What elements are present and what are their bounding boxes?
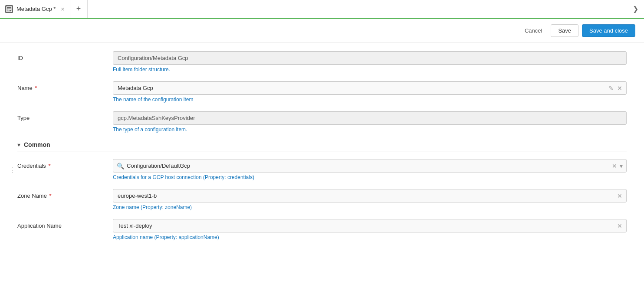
credentials-control-wrap: 🔍 ✕ ▾ Credentials for a GCP host connect… [113, 159, 627, 180]
type-hint: The type of a configuration item. [113, 126, 627, 133]
application-name-clear-icon[interactable]: ✕ [617, 222, 622, 229]
application-name-input[interactable] [113, 219, 627, 232]
id-row: ID Full item folder structure. [17, 51, 627, 73]
zone-name-input-wrap: ✕ [113, 189, 627, 202]
top-bar: Metadata Gcp * × + ❯ [0, 0, 644, 19]
content-area: Cancel Save Save and close ID Full item … [0, 19, 644, 302]
add-tab-button[interactable]: + [70, 0, 88, 18]
svg-rect-2 [7, 9, 11, 10]
name-input-wrap: ✕ ✎ [113, 81, 627, 95]
common-section-header[interactable]: ▾ Common [17, 141, 627, 152]
credentials-input[interactable] [127, 159, 612, 172]
tab-title: Metadata Gcp * [16, 6, 56, 12]
chevron-right-icon: ❯ [633, 5, 638, 13]
application-name-input-wrap: ✕ [113, 219, 627, 232]
zone-required-marker: * [48, 192, 52, 199]
id-label: ID [17, 51, 113, 61]
svg-rect-3 [7, 10, 10, 11]
credentials-clear-icon[interactable]: ✕ [612, 163, 617, 169]
name-clear-icon[interactable]: ✕ [617, 85, 622, 92]
type-input[interactable] [113, 111, 627, 125]
svg-rect-1 [7, 8, 11, 9]
credentials-hint: Credentials for a GCP host connection (P… [113, 174, 627, 180]
credentials-dropdown-icon[interactable]: ▾ [620, 163, 623, 169]
zone-name-clear-icon[interactable]: ✕ [617, 192, 622, 199]
name-required-marker: * [33, 85, 37, 91]
zone-name-row: Zone Name * ✕ Zone name (Property: zoneN… [17, 189, 627, 210]
zone-name-control-wrap: ✕ Zone name (Property: zoneName) [113, 189, 627, 210]
search-icon: 🔍 [117, 163, 124, 169]
cancel-button[interactable]: Cancel [519, 25, 547, 37]
credentials-required-marker: * [47, 163, 51, 169]
type-label: Type [17, 111, 113, 121]
tab-icon [5, 5, 13, 13]
credentials-input-wrap: 🔍 ✕ ▾ [113, 159, 627, 173]
zone-name-hint: Zone name (Property: zoneName) [113, 204, 627, 210]
application-name-row: Application Name ✕ Application name (Pro… [17, 219, 627, 240]
credentials-icon-actions: ✕ ▾ [612, 163, 623, 169]
name-control-wrap: ✕ ✎ The name of the configuration item [113, 81, 627, 103]
credentials-row: ⋮ Credentials * 🔍 ✕ ▾ Credentials for a … [17, 159, 627, 180]
drag-handle-icon[interactable]: ⋮ [9, 166, 16, 174]
application-name-label: Application Name [17, 219, 113, 229]
section-title: Common [24, 141, 50, 148]
toolbar: Cancel Save Save and close [0, 19, 644, 43]
form-area: ID Full item folder structure. Name * ✕ … [0, 43, 644, 258]
zone-name-label: Zone Name * [17, 189, 113, 199]
id-input[interactable] [113, 51, 627, 65]
tab-close-icon[interactable]: × [61, 6, 64, 13]
id-hint: Full item folder structure. [113, 66, 627, 73]
section-chevron-icon: ▾ [17, 141, 20, 148]
zone-name-input[interactable] [113, 189, 627, 202]
application-name-control-wrap: ✕ Application name (Property: applicatio… [113, 219, 627, 240]
application-name-hint: Application name (Property: applicationN… [113, 234, 627, 240]
active-tab[interactable]: Metadata Gcp * × [0, 0, 70, 18]
expand-tabs-button[interactable]: ❯ [627, 0, 644, 18]
credentials-label: Credentials * [17, 159, 113, 169]
name-row: Name * ✕ ✎ The name of the configuration… [17, 81, 627, 103]
type-row: Type The type of a configuration item. [17, 111, 627, 133]
name-input[interactable] [113, 81, 627, 95]
id-control-wrap: Full item folder structure. [113, 51, 627, 73]
save-and-close-button[interactable]: Save and close [582, 24, 635, 37]
name-label: Name * [17, 81, 113, 91]
type-control-wrap: The type of a configuration item. [113, 111, 627, 133]
name-hint: The name of the configuration item [113, 96, 627, 103]
save-button[interactable]: Save [551, 24, 578, 37]
name-edit-icon[interactable]: ✎ [608, 85, 614, 92]
